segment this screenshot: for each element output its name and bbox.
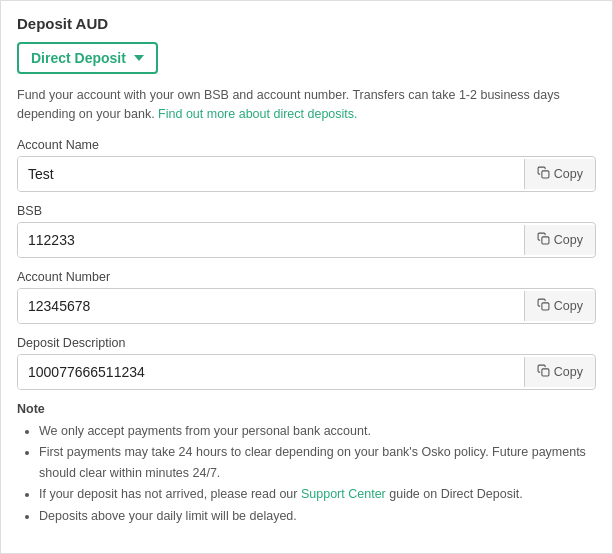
field-label-3: Deposit Description bbox=[17, 336, 596, 350]
description-text: Fund your account with your own BSB and … bbox=[17, 86, 596, 124]
list-item: Deposits above your daily limit will be … bbox=[39, 506, 596, 527]
copy-button-0[interactable]: Copy bbox=[524, 159, 595, 189]
copy-button-3[interactable]: Copy bbox=[524, 357, 595, 387]
field-block-3: Deposit Description100077666511234 Copy bbox=[17, 336, 596, 390]
field-value-0: Test bbox=[18, 157, 524, 191]
list-item: We only accept payments from your person… bbox=[39, 421, 596, 442]
svg-rect-3 bbox=[542, 368, 549, 375]
field-value-3: 100077666511234 bbox=[18, 355, 524, 389]
deposit-method-dropdown[interactable]: Direct Deposit bbox=[17, 42, 158, 74]
note-label: Note bbox=[17, 402, 596, 416]
copy-icon bbox=[537, 298, 550, 314]
chevron-down-icon bbox=[134, 55, 144, 61]
field-row-2: 12345678 Copy bbox=[17, 288, 596, 324]
field-row-0: Test Copy bbox=[17, 156, 596, 192]
list-item: If your deposit has not arrived, please … bbox=[39, 484, 596, 505]
svg-rect-2 bbox=[542, 302, 549, 309]
note-list: We only accept payments from your person… bbox=[17, 421, 596, 527]
list-item: First payments may take 24 hours to clea… bbox=[39, 442, 596, 485]
copy-icon bbox=[537, 232, 550, 248]
support-center-link[interactable]: Support Center bbox=[301, 487, 386, 501]
description-link[interactable]: Find out more about direct deposits. bbox=[158, 107, 357, 121]
deposit-container: Deposit AUD Direct Deposit Fund your acc… bbox=[0, 0, 613, 554]
copy-label: Copy bbox=[554, 167, 583, 181]
field-label-2: Account Number bbox=[17, 270, 596, 284]
copy-label: Copy bbox=[554, 365, 583, 379]
field-block-1: BSB112233 Copy bbox=[17, 204, 596, 258]
field-label-1: BSB bbox=[17, 204, 596, 218]
field-block-2: Account Number12345678 Copy bbox=[17, 270, 596, 324]
copy-icon bbox=[537, 364, 550, 380]
svg-rect-0 bbox=[542, 170, 549, 177]
svg-rect-1 bbox=[542, 236, 549, 243]
note-section: Note We only accept payments from your p… bbox=[17, 402, 596, 527]
fields-container: Account NameTest CopyBSB112233 CopyAccou… bbox=[17, 138, 596, 390]
copy-label: Copy bbox=[554, 233, 583, 247]
copy-button-1[interactable]: Copy bbox=[524, 225, 595, 255]
field-block-0: Account NameTest Copy bbox=[17, 138, 596, 192]
field-row-1: 112233 Copy bbox=[17, 222, 596, 258]
field-row-3: 100077666511234 Copy bbox=[17, 354, 596, 390]
page-title: Deposit AUD bbox=[17, 15, 596, 32]
copy-label: Copy bbox=[554, 299, 583, 313]
field-value-1: 112233 bbox=[18, 223, 524, 257]
field-value-2: 12345678 bbox=[18, 289, 524, 323]
field-label-0: Account Name bbox=[17, 138, 596, 152]
dropdown-label: Direct Deposit bbox=[31, 50, 126, 66]
copy-button-2[interactable]: Copy bbox=[524, 291, 595, 321]
copy-icon bbox=[537, 166, 550, 182]
